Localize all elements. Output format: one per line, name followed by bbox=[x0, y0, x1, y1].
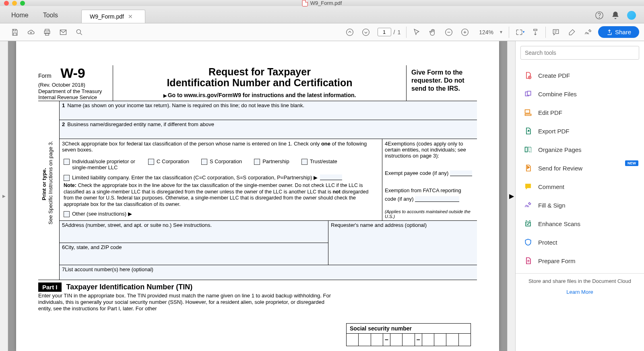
print-icon[interactable] bbox=[43, 28, 52, 37]
document-tab-label: W9_Form.pdf bbox=[90, 13, 124, 20]
tool-organize-pages[interactable]: Organize Pages bbox=[516, 140, 644, 159]
svg-point-6 bbox=[76, 29, 80, 33]
line-6[interactable]: 6City, state, and ZIP code bbox=[60, 243, 328, 265]
search-tools-input[interactable] bbox=[520, 46, 639, 60]
line-1[interactable]: 1Name (as shown on your income tax retur… bbox=[60, 101, 477, 120]
tool-export-pdf[interactable]: Export PDF bbox=[516, 122, 644, 140]
checkbox-llc[interactable] bbox=[64, 175, 70, 181]
toolbar: / 1 124% ▼ ▼ Share bbox=[0, 23, 644, 41]
zoom-out-icon[interactable] bbox=[444, 28, 453, 37]
tool-prepare-form[interactable]: Prepare Form bbox=[516, 251, 644, 270]
close-tab-icon[interactable]: ✕ bbox=[128, 13, 133, 20]
close-window-icon[interactable] bbox=[4, 1, 9, 6]
svg-rect-16 bbox=[525, 114, 531, 115]
tool-comment[interactable]: Comment bbox=[516, 177, 644, 196]
fit-width-icon[interactable]: ▼ bbox=[515, 28, 524, 37]
nav-tools[interactable]: Tools bbox=[36, 8, 65, 23]
checkbox-individual[interactable] bbox=[64, 159, 70, 165]
svg-rect-5 bbox=[60, 30, 66, 35]
form-title-1: Request for Taxpayer bbox=[121, 66, 398, 78]
tool-protect[interactable]: Protect bbox=[516, 233, 644, 251]
export-pdf-icon bbox=[524, 127, 533, 135]
cloud-storage-text: Store and share files in the Document Cl… bbox=[516, 274, 644, 289]
ssn-cells[interactable]: – – bbox=[347, 334, 471, 346]
fatca-code-field[interactable] bbox=[415, 196, 459, 202]
line-7[interactable]: 7List account number(s) here (optional) bbox=[60, 265, 477, 280]
minimize-window-icon[interactable] bbox=[12, 1, 17, 6]
checkbox-scorp[interactable] bbox=[201, 159, 207, 165]
zoom-dropdown[interactable]: 124% ▼ bbox=[477, 28, 503, 36]
svg-rect-2 bbox=[45, 29, 49, 31]
requester-address[interactable]: Requester's name and address (optional) bbox=[328, 221, 477, 265]
prepare-form-icon bbox=[524, 256, 533, 265]
share-button[interactable]: Share bbox=[598, 26, 639, 38]
enhance-scans-icon bbox=[524, 219, 533, 228]
cursor-icon[interactable] bbox=[412, 28, 421, 37]
exempt-payee-field[interactable] bbox=[450, 170, 472, 176]
form-number: W-9 bbox=[60, 65, 85, 81]
page-indicator: / 1 bbox=[378, 28, 401, 36]
document-viewport[interactable]: Print or type. See Specific Instructions… bbox=[8, 41, 507, 351]
document-tab[interactable]: W9_Form.pdf ✕ bbox=[81, 10, 145, 23]
send-review-icon bbox=[524, 164, 533, 172]
pdf-file-icon bbox=[302, 0, 308, 6]
form-title-2: Identification Number and Certification bbox=[121, 77, 398, 89]
svg-point-8 bbox=[362, 29, 369, 35]
form-label: Form bbox=[38, 73, 52, 79]
svg-rect-11 bbox=[534, 29, 537, 30]
new-badge: NEW bbox=[625, 160, 638, 166]
checkbox-ccorp[interactable] bbox=[148, 159, 154, 165]
tool-create-pdf[interactable]: Create PDF bbox=[516, 66, 644, 85]
svg-point-1 bbox=[599, 17, 599, 18]
tool-edit-pdf[interactable]: Edit PDF bbox=[516, 103, 644, 122]
save-icon[interactable] bbox=[10, 28, 19, 37]
email-icon[interactable] bbox=[59, 28, 68, 37]
learn-more-link[interactable]: Learn More bbox=[516, 289, 644, 295]
line-4: 4Exemptions (codes apply only to certain… bbox=[382, 139, 477, 220]
highlight-icon[interactable] bbox=[568, 28, 576, 37]
svg-rect-15 bbox=[525, 110, 530, 113]
right-gutter-toggle[interactable]: ▶ bbox=[507, 41, 515, 351]
llc-classification-field[interactable] bbox=[320, 174, 342, 180]
nav-home[interactable]: Home bbox=[4, 8, 36, 23]
search-icon[interactable] bbox=[75, 28, 84, 37]
chevron-down-icon: ▼ bbox=[499, 30, 503, 34]
line-5[interactable]: 5Address (number, street, and apt. or su… bbox=[60, 221, 328, 243]
left-panel-toggle[interactable]: ▶ bbox=[0, 41, 8, 351]
hand-icon[interactable] bbox=[428, 28, 437, 37]
zoom-in-icon[interactable] bbox=[460, 28, 469, 37]
tool-send-review[interactable]: NEWSend for Review bbox=[516, 159, 644, 177]
sign-icon[interactable] bbox=[584, 28, 592, 37]
edit-pdf-icon bbox=[524, 108, 533, 117]
svg-rect-18 bbox=[529, 147, 531, 152]
line-2[interactable]: 2Business name/disregarded entity name, … bbox=[60, 120, 477, 139]
tool-fill-sign[interactable]: Fill & Sign bbox=[516, 196, 644, 214]
scroll-mode-icon[interactable] bbox=[531, 28, 540, 37]
comment-icon[interactable] bbox=[551, 28, 560, 37]
give-form-note: Give Form to the requester. Do not send … bbox=[407, 65, 477, 101]
checkbox-partnership[interactable] bbox=[254, 159, 260, 165]
svg-point-7 bbox=[346, 29, 353, 35]
form-department: Department of the Treasury Internal Reve… bbox=[38, 89, 109, 101]
ssn-box: Social security number – – bbox=[346, 323, 471, 346]
notifications-icon[interactable] bbox=[611, 11, 620, 20]
checkbox-trust[interactable] bbox=[301, 159, 308, 165]
help-icon[interactable] bbox=[595, 11, 604, 20]
form-revision: (Rev. October 2018) bbox=[38, 82, 109, 88]
cloud-upload-icon[interactable] bbox=[27, 28, 35, 37]
checkbox-other[interactable] bbox=[64, 211, 70, 217]
maximize-window-icon[interactable] bbox=[20, 1, 25, 6]
page-up-icon[interactable] bbox=[345, 28, 354, 37]
part-1-title: Taxpayer Identification Number (TIN) bbox=[66, 283, 193, 291]
page-current-input[interactable] bbox=[378, 28, 391, 36]
page-down-icon[interactable] bbox=[361, 28, 370, 37]
tool-enhance-scans[interactable]: Enhance Scans bbox=[516, 214, 644, 233]
line-3: 3Check appropriate box for federal tax c… bbox=[60, 139, 382, 220]
form-sidebar-text2: See Specific Instructions on page 3. bbox=[47, 141, 54, 224]
organize-pages-icon bbox=[524, 145, 533, 154]
user-avatar[interactable] bbox=[627, 11, 636, 20]
zoom-value: 124% bbox=[477, 28, 496, 36]
tool-combine-files[interactable]: Combine Files bbox=[516, 85, 644, 103]
form-sidebar-text1: Print or type. bbox=[41, 168, 47, 200]
part-1-label: Part I bbox=[38, 282, 62, 292]
